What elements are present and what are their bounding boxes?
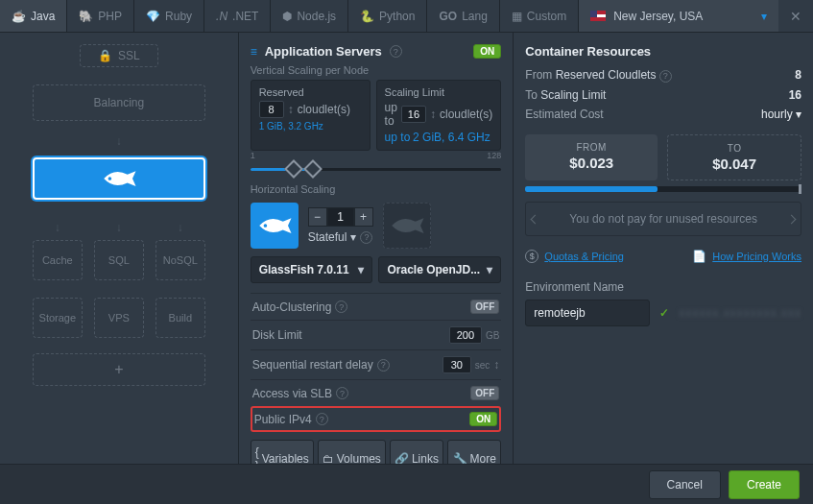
slider-thumb-reserved[interactable] <box>284 159 303 179</box>
sql-node[interactable]: SQL <box>94 240 144 280</box>
slb-row: Access via SLB ? OFF <box>251 379 502 406</box>
balancing-node[interactable]: Balancing <box>33 84 205 121</box>
env-name-input[interactable] <box>525 300 650 326</box>
restart-delay-input[interactable] <box>442 356 471 373</box>
glassfish-icon <box>254 216 295 235</box>
us-flag-icon <box>590 11 606 21</box>
lang-tab-ruby[interactable]: 💎Ruby <box>134 0 204 32</box>
reserved-card: Reserved ↕cloudlet(s) 1 GiB, 3.2 GHz <box>251 80 371 151</box>
scaling-limit-card: Scaling Limit up to↕cloudlet(s) up to 2 … <box>376 80 502 151</box>
add-node-button[interactable]: + <box>33 353 205 386</box>
hscale-node-active[interactable] <box>251 203 299 249</box>
lang-tab-go[interactable]: GOLang <box>427 0 499 32</box>
vscale-label: Vertical Scaling per Node <box>251 64 502 76</box>
cost-bar <box>525 186 801 192</box>
check-icon: ✓ <box>659 306 669 320</box>
quotas-pricing-link[interactable]: Quotas & Pricing <box>544 251 624 262</box>
dollar-icon: $ <box>525 250 538 263</box>
lang-tab-java[interactable]: ☕Java <box>0 0 67 32</box>
build-node[interactable]: Build <box>155 298 205 338</box>
arrow-down-icon: ↓ <box>94 221 144 234</box>
app-server-settings: ≡ Application Servers ? ON Vertical Scal… <box>239 33 514 464</box>
hscale-label: Horizontal Scaling <box>251 183 502 195</box>
storage-node[interactable]: Storage <box>33 298 83 338</box>
hscale-node-ghost[interactable] <box>383 203 431 249</box>
nosql-node[interactable]: NoSQL <box>155 240 205 280</box>
menu-icon[interactable]: ≡ <box>251 45 257 59</box>
top-bar: ☕Java 🐘PHP 💎Ruby .N.NET ⬢Node.js 🐍Python… <box>0 0 813 33</box>
glassfish-icon <box>99 169 139 188</box>
help-icon[interactable]: ? <box>335 300 347 313</box>
slider-thumb-limit[interactable] <box>303 159 323 179</box>
node-count-stepper[interactable]: − 1 + <box>308 207 373 227</box>
how-pricing-link[interactable]: How Pricing Works <box>712 251 801 262</box>
ssl-toggle[interactable]: 🔒 SSL <box>80 44 158 67</box>
region-selector[interactable]: New Jersey, USA ▾ <box>579 0 778 32</box>
dialog-footer: Cancel Create <box>0 464 813 504</box>
lang-tab-nodejs[interactable]: ⬢Node.js <box>271 0 348 32</box>
help-icon[interactable]: ? <box>316 413 328 425</box>
app-server-node[interactable] <box>33 157 205 200</box>
auto-clustering-toggle[interactable]: OFF <box>470 300 499 314</box>
chevron-down-icon: ▾ <box>350 230 356 244</box>
help-icon[interactable]: ? <box>360 231 372 244</box>
arrow-down-icon: ↓ <box>116 134 122 148</box>
lock-icon: 🔒 <box>98 49 112 62</box>
jdk-dropdown[interactable]: Oracle OpenJD...▾ <box>378 256 501 283</box>
public-ipv4-toggle[interactable]: ON <box>469 412 497 426</box>
cost-from-box: FROM $0.023 <box>525 134 658 180</box>
public-ipv4-row: Public IPv4 ? ON <box>251 406 502 432</box>
cloudlet-slider[interactable]: 1 128 <box>251 160 502 178</box>
glassfish-icon <box>387 216 427 235</box>
chevron-down-icon: ▾ <box>358 263 364 276</box>
help-icon[interactable]: ? <box>659 70 672 83</box>
help-icon[interactable]: ? <box>390 45 402 58</box>
cost-period-dropdown[interactable]: hourly ▾ <box>761 108 801 121</box>
create-button[interactable]: Create <box>729 470 800 499</box>
reserved-input[interactable] <box>259 101 284 118</box>
cache-node[interactable]: Cache <box>33 240 83 280</box>
arrow-down-icon: ↓ <box>155 221 205 234</box>
pricing-note[interactable]: You do not pay for unused resources <box>525 202 801 236</box>
auto-clustering-row: Auto-Clustering ? OFF <box>251 293 502 320</box>
disk-limit-row: Disk Limit GB <box>251 320 502 349</box>
language-tabs: ☕Java 🐘PHP 💎Ruby .N.NET ⬢Node.js 🐍Python… <box>0 0 579 32</box>
decrement-button[interactable]: − <box>308 207 327 227</box>
chevron-down-icon: ▾ <box>761 10 767 23</box>
lang-tab-custom[interactable]: ▦Custom <box>500 0 579 32</box>
doc-icon: 📄 <box>692 250 706 263</box>
section-title: Application Servers <box>265 44 382 59</box>
resources-title: Container Resources <box>525 44 801 59</box>
lang-tab-python[interactable]: 🐍Python <box>348 0 427 32</box>
app-server-toggle[interactable]: ON <box>473 44 501 59</box>
help-icon[interactable]: ? <box>336 387 348 399</box>
env-domain-blurred: xxxxxx.xxxxxxxx.xxx <box>679 306 801 320</box>
arrow-down-icon: ↓ <box>33 221 83 234</box>
disk-limit-input[interactable] <box>449 326 482 344</box>
lang-tab-dotnet[interactable]: .N.NET <box>204 0 271 32</box>
stateful-dropdown[interactable]: Stateful ▾ ? <box>308 230 373 244</box>
restart-delay-row: Sequential restart delay ? sec↕ <box>251 349 502 379</box>
vps-node[interactable]: VPS <box>94 298 144 338</box>
lang-tab-php[interactable]: 🐘PHP <box>67 0 134 32</box>
server-dropdown[interactable]: GlassFish 7.0.11▾ <box>251 256 373 283</box>
help-icon[interactable]: ? <box>377 359 390 372</box>
cancel-button[interactable]: Cancel <box>649 470 721 499</box>
env-name-label: Environment Name <box>525 280 801 294</box>
close-button[interactable]: ✕ <box>778 9 813 24</box>
topology-panel: 🔒 SSL Balancing ↓ ↓Cache ↓SQL ↓NoSQL Sto… <box>0 33 239 464</box>
slb-toggle[interactable]: OFF <box>470 386 499 400</box>
limit-input[interactable] <box>401 106 426 123</box>
cost-to-box: TO $0.047 <box>667 134 801 180</box>
increment-button[interactable]: + <box>354 207 373 227</box>
chevron-down-icon: ▾ <box>487 263 492 276</box>
region-label: New Jersey, USA <box>613 10 703 23</box>
resources-panel: Container Resources From Reserved Cloudl… <box>514 33 813 464</box>
